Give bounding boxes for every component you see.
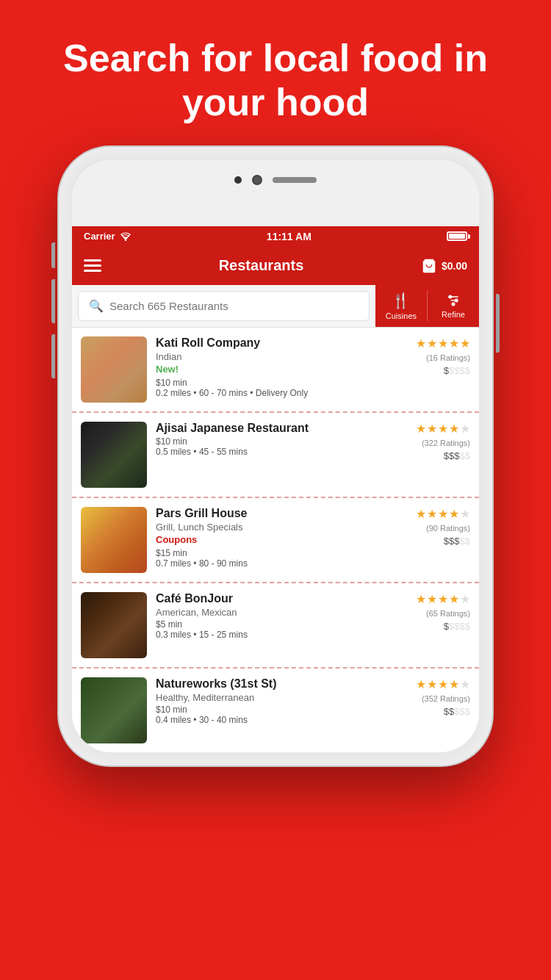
star-rating: ★★★★★	[416, 336, 470, 350]
restaurant-delivery-info: 0.2 miles • 60 - 70 mins • Delivery Only	[156, 388, 389, 398]
search-icon: 🔍	[89, 299, 104, 313]
search-filter-row: 🔍 🍴 Cuisines	[72, 285, 479, 328]
restaurant-thumbnail	[81, 336, 147, 403]
star-2: ★	[427, 422, 437, 436]
restaurant-name: Ajisai Japanese Restaurant	[156, 422, 389, 435]
restaurant-name: Natureworks (31st St)	[156, 677, 389, 691]
cuisines-icon: 🍴	[392, 292, 410, 309]
refine-button[interactable]: Refine	[428, 285, 479, 327]
star-rating: ★★★★★	[416, 592, 470, 606]
star-5: ★	[460, 507, 470, 521]
search-input[interactable]	[109, 300, 359, 312]
svg-point-7	[452, 303, 454, 305]
ratings-count: (65 Ratings)	[426, 609, 470, 618]
restaurant-item[interactable]: Pars Grill House Grill, Lunch Specials C…	[72, 498, 479, 583]
ratings-count: (16 Ratings)	[426, 353, 470, 362]
restaurant-min-order: $10 min	[156, 378, 389, 388]
svg-point-0	[124, 239, 126, 240]
restaurant-name: Pars Grill House	[156, 507, 389, 520]
restaurant-info: Pars Grill House Grill, Lunch Specials C…	[156, 507, 389, 569]
star-5: ★	[460, 422, 470, 436]
battery-fill	[449, 234, 465, 239]
phone-shell: Carrier 11:11 AM	[59, 147, 492, 765]
star-4: ★	[449, 592, 459, 606]
status-bar: Carrier 11:11 AM	[72, 226, 479, 247]
restaurant-list: Kati Roll Company Indian New! $10 min 0.…	[72, 328, 479, 752]
restaurant-min-order: $10 min	[156, 436, 389, 447]
phone-mockup: Carrier 11:11 AM	[59, 147, 492, 765]
battery-icon	[447, 231, 467, 241]
star-3: ★	[438, 422, 448, 436]
star-1: ★	[416, 592, 426, 606]
restaurant-name: Kati Roll Company	[156, 336, 389, 350]
restaurant-cuisine: Grill, Lunch Specials	[156, 522, 389, 533]
price-level: $$$$$	[444, 621, 470, 632]
svg-point-6	[455, 299, 458, 301]
phone-screen: Carrier 11:11 AM	[72, 160, 479, 752]
restaurant-item[interactable]: Café BonJour American, Mexican $5 min 0.…	[72, 583, 479, 669]
restaurant-min-order: $5 min	[156, 619, 389, 630]
wifi-icon	[120, 232, 132, 241]
restaurant-side: ★★★★★ (16 Ratings) $$$$$	[389, 336, 470, 376]
star-2: ★	[427, 592, 437, 606]
star-rating: ★★★★★	[416, 422, 470, 436]
restaurant-delivery-info: 0.7 miles • 80 - 90 mins	[156, 558, 389, 569]
star-4: ★	[449, 422, 459, 436]
restaurant-badge: Coupons	[156, 534, 389, 545]
restaurant-thumbnail	[81, 422, 147, 488]
star-4: ★	[449, 507, 459, 521]
star-4: ★	[449, 336, 459, 350]
cuisines-button[interactable]: 🍴 Cuisines	[375, 285, 427, 327]
side-button-vol-down	[51, 334, 55, 378]
star-5: ★	[460, 592, 470, 606]
restaurant-side: ★★★★★ (65 Ratings) $$$$$	[389, 592, 470, 632]
star-5: ★	[460, 336, 470, 350]
cart-bag-icon	[421, 258, 437, 274]
nav-bar: Restaurants $0.00	[72, 247, 479, 285]
restaurant-item[interactable]: Ajisai Japanese Restaurant $10 min 0.5 m…	[72, 413, 479, 498]
restaurant-side: ★★★★★ (322 Ratings) $$$$$	[389, 422, 470, 461]
restaurant-min-order: $15 min	[156, 548, 389, 558]
restaurant-item[interactable]: Kati Roll Company Indian New! $10 min 0.…	[72, 328, 479, 413]
cart-button[interactable]: $0.00	[421, 258, 467, 274]
carrier-label: Carrier	[84, 231, 115, 242]
status-time: 11:11 AM	[267, 231, 311, 242]
phone-top-bezel	[72, 160, 479, 226]
restaurant-cuisine: American, Mexican	[156, 607, 389, 618]
star-3: ★	[438, 507, 448, 521]
price-level: $$$$$	[444, 365, 470, 376]
search-box[interactable]: 🔍	[78, 291, 370, 321]
restaurant-info: Café BonJour American, Mexican $5 min 0.…	[156, 592, 389, 640]
price-level: $$$$$	[444, 706, 470, 717]
camera-lens	[252, 175, 262, 185]
nav-title: Restaurants	[219, 257, 304, 274]
star-4: ★	[449, 677, 459, 691]
earpiece-speaker	[273, 177, 317, 183]
restaurant-delivery-info: 0.5 miles • 45 - 55 mins	[156, 447, 389, 457]
restaurant-badge: New!	[156, 364, 389, 375]
refine-label: Refine	[442, 310, 465, 319]
restaurant-cuisine: Healthy, Mediterranean	[156, 692, 389, 703]
restaurant-thumbnail	[81, 507, 147, 573]
star-1: ★	[416, 336, 426, 350]
ratings-count: (90 Ratings)	[426, 524, 470, 533]
hero-title: Search for local food in your hood	[0, 0, 551, 147]
front-camera	[234, 176, 242, 184]
status-right	[447, 231, 467, 241]
star-3: ★	[438, 677, 448, 691]
star-2: ★	[427, 336, 437, 350]
restaurant-item[interactable]: Natureworks (31st St) Healthy, Mediterra…	[72, 669, 479, 752]
restaurant-info: Kati Roll Company Indian New! $10 min 0.…	[156, 336, 389, 398]
restaurant-info: Natureworks (31st St) Healthy, Mediterra…	[156, 677, 389, 725]
filter-buttons: 🍴 Cuisines Refine	[375, 285, 479, 327]
side-button-mute	[51, 242, 55, 268]
side-button-vol-up	[51, 279, 55, 323]
star-1: ★	[416, 507, 426, 521]
star-rating: ★★★★★	[416, 677, 470, 691]
refine-icon	[446, 293, 461, 308]
star-3: ★	[438, 592, 448, 606]
status-left: Carrier	[84, 231, 132, 242]
restaurant-thumbnail	[81, 592, 147, 658]
restaurant-delivery-info: 0.4 miles • 30 - 40 mins	[156, 715, 389, 725]
hamburger-menu-button[interactable]	[84, 259, 101, 272]
